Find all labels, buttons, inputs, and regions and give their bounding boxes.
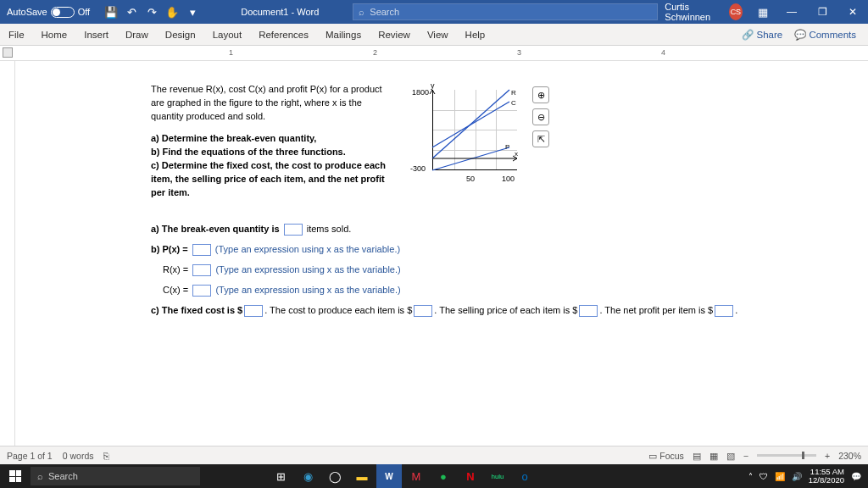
vertical-ruler[interactable] xyxy=(0,61,15,459)
tab-file[interactable]: File xyxy=(0,24,33,45)
y-axis-label: y xyxy=(431,81,435,90)
tab-mailings[interactable]: Mailings xyxy=(317,24,370,45)
notifications-icon[interactable]: 💬 xyxy=(851,472,861,481)
tab-help[interactable]: Help xyxy=(457,24,494,45)
tab-view[interactable]: View xyxy=(419,24,457,45)
ytick-bot: -300 xyxy=(410,164,426,173)
ribbon-display-icon[interactable]: ▦ xyxy=(758,6,768,18)
search-icon: ⌕ xyxy=(359,7,364,17)
ruler-tick: 3 xyxy=(517,48,521,57)
series-c-label: C xyxy=(511,99,516,107)
svg-line-1 xyxy=(432,102,509,147)
restore-button[interactable]: ❐ xyxy=(807,0,837,24)
tab-review[interactable]: Review xyxy=(370,24,419,45)
search-icon: ⌕ xyxy=(37,471,43,481)
print-layout-icon[interactable]: ▦ xyxy=(709,451,718,461)
chrome-icon[interactable]: ◯ xyxy=(322,464,348,488)
input-rx[interactable] xyxy=(192,264,211,276)
security-icon[interactable]: 🛡 xyxy=(760,472,768,481)
user-account[interactable]: Curtis Schwinnen CS xyxy=(658,2,749,22)
search-placeholder: Search xyxy=(370,7,399,17)
wifi-icon[interactable]: 📶 xyxy=(775,472,785,481)
minimize-button[interactable]: ― xyxy=(776,0,807,24)
zoom-in-icon[interactable]: ⊕ xyxy=(532,86,549,103)
autosave-state: Off xyxy=(78,7,90,17)
input-px[interactable] xyxy=(192,244,211,256)
gmail-icon[interactable]: M xyxy=(403,464,429,488)
outlook-icon[interactable]: o xyxy=(512,464,537,488)
web-layout-icon[interactable]: ▧ xyxy=(726,451,735,461)
autosave-toggle[interactable]: AutoSave Off xyxy=(0,7,97,18)
input-fixed[interactable] xyxy=(244,305,263,317)
chart: y 1800 -300 xyxy=(407,83,526,185)
autosave-label: AutoSave xyxy=(7,7,47,17)
document-title: Document1 - Word xyxy=(207,7,353,17)
page-content[interactable]: The revenue R(x), cost C(x) and profit P… xyxy=(15,61,868,459)
tab-draw[interactable]: Draw xyxy=(117,24,157,45)
ruler-tick: 4 xyxy=(661,48,665,57)
explorer-icon[interactable]: ▬ xyxy=(349,464,375,488)
start-button[interactable] xyxy=(0,464,31,488)
search-box[interactable]: ⌕ Search xyxy=(353,3,658,20)
comments-button[interactable]: 💬 Comments xyxy=(794,29,856,41)
close-button[interactable]: ✕ xyxy=(837,0,868,24)
tab-insert[interactable]: Insert xyxy=(75,24,117,45)
series-r-label: R xyxy=(511,89,516,97)
toggle-icon xyxy=(51,7,75,18)
spotify-icon[interactable]: ● xyxy=(431,464,456,488)
touch-icon[interactable]: ✋ xyxy=(166,6,178,18)
xtick-50: 50 xyxy=(466,175,475,183)
status-bar: Page 1 of 1 0 words ⎘ ▭ Focus ▤ ▦ ▧ − + … xyxy=(0,446,868,464)
share-button[interactable]: 🔗 Share xyxy=(742,29,782,41)
answers-block: a) The break-even quantity is items sold… xyxy=(151,219,868,321)
zoom-out-btn[interactable]: − xyxy=(743,451,748,461)
chart-svg: R C P x xyxy=(432,90,517,170)
windows-icon xyxy=(9,470,21,482)
tray-chevron-icon[interactable]: ˄ xyxy=(748,472,753,481)
document-area: The revenue R(x), cost C(x) and profit P… xyxy=(0,61,868,459)
ribbon-tabs: File Home Insert Draw Design Layout Refe… xyxy=(0,24,868,46)
word-count[interactable]: 0 words xyxy=(63,451,94,461)
volume-icon[interactable]: 🔊 xyxy=(792,472,802,481)
proofing-icon[interactable]: ⎘ xyxy=(103,451,109,461)
clock[interactable]: 11:55 AM 12/8/2020 xyxy=(809,468,844,485)
word-icon[interactable]: W xyxy=(376,464,402,488)
redo-icon[interactable]: ↷ xyxy=(146,6,158,18)
tab-design[interactable]: Design xyxy=(157,24,204,45)
tab-home[interactable]: Home xyxy=(33,24,76,45)
problem-text: The revenue R(x), cost C(x) and profit P… xyxy=(151,83,397,200)
quick-access: 💾 ↶ ↷ ✋ ▾ xyxy=(97,6,207,18)
more-icon[interactable]: ▾ xyxy=(186,6,198,18)
taskbar: ⌕Search ⊞ ◉ ◯ ▬ W M ● N hulu o ˄ 🛡 📶 🔊 1… xyxy=(0,464,868,488)
edge-icon[interactable]: ◉ xyxy=(295,464,320,488)
zoom-level[interactable]: 230% xyxy=(838,451,861,461)
page-indicator[interactable]: Page 1 of 1 xyxy=(7,451,53,461)
input-prod[interactable] xyxy=(414,305,432,317)
horizontal-ruler[interactable]: 1 2 3 4 xyxy=(0,46,868,61)
ruler-handle-icon[interactable] xyxy=(3,47,13,58)
task-view-icon[interactable]: ⊞ xyxy=(268,464,293,488)
input-sell[interactable] xyxy=(579,305,598,317)
taskbar-search[interactable]: ⌕Search xyxy=(31,467,200,485)
input-net[interactable] xyxy=(715,305,733,317)
window-controls: ― ❐ ✕ xyxy=(776,0,868,24)
tab-references[interactable]: References xyxy=(250,24,317,45)
save-icon[interactable]: 💾 xyxy=(105,6,117,18)
x-axis-label: x xyxy=(515,150,518,158)
ytick-top: 1800 xyxy=(412,88,429,97)
tab-layout[interactable]: Layout xyxy=(204,24,251,45)
xtick-100: 100 xyxy=(502,175,515,183)
read-mode-icon[interactable]: ▤ xyxy=(693,451,701,461)
input-cx[interactable] xyxy=(192,285,211,297)
zoom-in-btn[interactable]: + xyxy=(825,451,830,461)
netflix-icon[interactable]: N xyxy=(458,464,483,488)
zoom-slider[interactable] xyxy=(757,454,816,457)
popout-icon[interactable]: ⇱ xyxy=(532,130,549,147)
input-break-even[interactable] xyxy=(284,224,303,236)
undo-icon[interactable]: ↶ xyxy=(125,6,137,18)
series-p-label: P xyxy=(505,143,509,151)
hulu-icon[interactable]: hulu xyxy=(485,464,510,488)
focus-mode[interactable]: ▭ Focus xyxy=(648,451,684,461)
zoom-out-icon[interactable]: ⊖ xyxy=(532,108,549,125)
avatar: CS xyxy=(729,3,743,20)
